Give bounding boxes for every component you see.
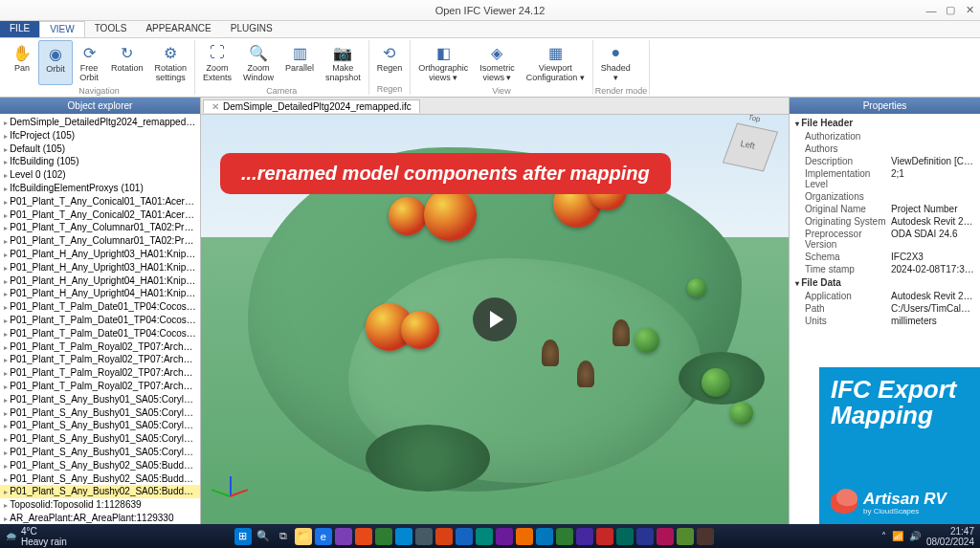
app7-icon[interactable] xyxy=(456,528,473,545)
brand-sub: by CloudScapes xyxy=(863,507,947,515)
app15-icon[interactable] xyxy=(616,528,634,545)
tree-node[interactable]: P01_Plant_S_Any_Bushy01_SA05:Corylus col… xyxy=(0,419,200,432)
object-tree[interactable]: DemSimple_DetailedPltg2024_remapped.ifcI… xyxy=(0,114,200,524)
viewport-config-button[interactable]: ▦Viewport Configuration ▾ xyxy=(521,40,590,85)
tree-node[interactable]: P01_Plant_S_Any_Bushy01_SA05:Corylus col… xyxy=(0,406,200,420)
rotation-button[interactable]: ↻Rotation xyxy=(105,40,149,85)
tree-node[interactable]: IfcBuilding (105) xyxy=(0,155,200,168)
tree-node[interactable]: P01_Plant_T_Palm_Royal02_TP07:Archontoph… xyxy=(0,340,200,354)
tab-close-icon[interactable]: ✕ xyxy=(212,101,219,112)
rotation-settings-button[interactable]: ⚙Rotation settings xyxy=(149,40,193,85)
tree-node[interactable]: P01_Plant_T_Palm_Royal02_TP07:Archontoph… xyxy=(0,366,200,380)
tab-view[interactable]: VIEW xyxy=(39,21,85,37)
app4-icon[interactable] xyxy=(395,528,412,545)
tree-node[interactable]: IfcProject (105) xyxy=(0,129,200,142)
app19-icon[interactable] xyxy=(697,528,714,545)
app3-icon[interactable] xyxy=(375,528,392,545)
zoom-window-button[interactable]: 🔍Zoom Window xyxy=(237,40,279,85)
tree-node[interactable]: P01_Plant_T_Palm_Date01_TP04:Cocos nucif… xyxy=(0,300,200,314)
app14-icon[interactable] xyxy=(596,528,613,545)
prop-row: Originating SystemAutodesk Revit 24.2.0.… xyxy=(791,215,978,228)
app13-icon[interactable] xyxy=(576,528,593,545)
view-tab-strip: ✕ DemSimple_DetailedPltg2024_remapped.if… xyxy=(201,98,789,115)
tree-node[interactable]: P01_Plant_H_Any_Upright04_HA01:Kniphofia… xyxy=(0,287,200,300)
search-icon[interactable]: 🔍 xyxy=(255,528,272,545)
app10-icon[interactable] xyxy=(516,528,533,545)
tree-node[interactable]: IfcBuildingElementProxys (101) xyxy=(0,182,200,195)
tree-node[interactable]: P01_Plant_S_Any_Bushy02_SA05:Buddeia fal… xyxy=(0,485,200,498)
tree-node[interactable]: Default (105) xyxy=(0,142,200,156)
maximize-icon[interactable]: ▢ xyxy=(944,4,957,17)
tree-node[interactable]: Level 0 (102) xyxy=(0,168,200,182)
pan-button[interactable]: ✋Pan xyxy=(6,40,38,85)
regen-button[interactable]: ⟲Regen xyxy=(371,40,409,83)
free-orbit-button[interactable]: ⟳Free Orbit xyxy=(73,40,105,85)
orbit-icon: ◉ xyxy=(45,43,66,64)
chevron-up-icon[interactable]: ˄ xyxy=(881,531,886,541)
axes-gizmo xyxy=(211,476,249,515)
brand-logo-icon xyxy=(831,493,858,514)
app2-icon[interactable] xyxy=(355,528,372,545)
app5-icon[interactable] xyxy=(415,528,433,545)
properties-title: Properties xyxy=(790,98,980,114)
tree-node[interactable]: P01_Plant_T_Palm_Royal02_TP07:Archontoph… xyxy=(0,353,200,366)
tree-node[interactable]: P01_Plant_T_Palm_Royal02_TP07:Archontoph… xyxy=(0,380,200,393)
minimize-icon[interactable]: — xyxy=(924,4,938,17)
orbit-button[interactable]: ◉Orbit xyxy=(38,40,73,85)
tree-node[interactable]: P01_Plant_H_Any_Upright04_HA01:Kniphofia… xyxy=(0,274,200,288)
app1-icon[interactable] xyxy=(335,528,352,545)
close-icon[interactable]: ✕ xyxy=(963,4,976,17)
play-button[interactable] xyxy=(473,297,517,341)
tree-node[interactable]: P01_Plant_S_Any_Bushy01_SA05:Corylus col… xyxy=(0,393,200,406)
prop-row: DescriptionViewDefinition [CoordinationV… xyxy=(791,155,978,167)
tree-node[interactable]: P01_Plant_T_Any_Columnar01_TA02:Prunus a… xyxy=(0,221,200,234)
snapshot-button[interactable]: 📷Make snapshot xyxy=(320,40,367,85)
start-icon[interactable]: ⊞ xyxy=(234,528,252,545)
shaded-button[interactable]: ●Shaded ▾ xyxy=(595,40,636,85)
tree-node[interactable]: P01_Plant_S_Any_Bushy01_SA05:Corylus col… xyxy=(0,446,200,459)
view-cube[interactable] xyxy=(729,126,777,174)
tree-node[interactable]: P01_Plant_T_Any_Conical01_TA01:Acer plat… xyxy=(0,195,200,208)
tree-node[interactable]: P01_Plant_H_Any_Upright03_HA01:Kniphofia… xyxy=(0,248,200,261)
prop-row: Original NameProject Number xyxy=(791,203,978,215)
edge-icon[interactable]: e xyxy=(315,528,332,545)
prop-group[interactable]: File Header xyxy=(791,116,978,130)
tree-node[interactable]: P01_Plant_T_Any_Columnar01_TA02:Prunus a… xyxy=(0,234,200,248)
tree-root[interactable]: DemSimple_DetailedPltg2024_remapped.ifc xyxy=(0,116,200,129)
explorer-icon[interactable]: 📁 xyxy=(295,528,312,545)
weather-icon: 🌧 xyxy=(6,530,17,543)
tree-node[interactable]: P01_Plant_S_Any_Bushy02_SA05:Buddeia fal… xyxy=(0,472,200,486)
tree-node[interactable]: P01_Plant_S_Any_Bushy02_SA05:Buddeia fal… xyxy=(0,459,200,472)
volume-icon[interactable]: 🔊 xyxy=(909,531,921,541)
tree-node[interactable]: P01_Plant_T_Palm_Date01_TP04:Cocos nucif… xyxy=(0,327,200,340)
tree-node[interactable]: P01_Plant_T_Any_Conical02_TA01:Acer plat… xyxy=(0,208,200,222)
tree-node[interactable]: P01_Plant_T_Palm_Date01_TP04:Cocos nucif… xyxy=(0,314,200,327)
tab-appearance[interactable]: APPEARANCE xyxy=(136,21,220,37)
app11-icon[interactable] xyxy=(536,528,553,545)
tree-node[interactable]: Toposolid:Toposolid 1:1128639 xyxy=(0,498,200,512)
parallel-button[interactable]: ▥Parallel xyxy=(279,40,320,85)
system-tray[interactable]: ˄ 📶 🔊 21:47 08/02/2024 xyxy=(881,526,974,547)
app17-icon[interactable] xyxy=(657,528,674,545)
iso-views-button[interactable]: ◈Isometric views ▾ xyxy=(474,40,521,85)
taskview-icon[interactable]: ⧉ xyxy=(275,528,292,545)
app8-icon[interactable] xyxy=(476,528,493,545)
app6-icon[interactable] xyxy=(435,528,453,545)
app9-icon[interactable] xyxy=(496,528,513,545)
view-tab[interactable]: ✕ DemSimple_DetailedPltg2024_remapped.if… xyxy=(203,99,420,113)
wifi-icon[interactable]: 📶 xyxy=(892,531,903,541)
tree-node[interactable]: AR_AreaPlant:AR_AreaPlant:1129330 xyxy=(0,512,200,524)
app18-icon[interactable] xyxy=(677,528,694,545)
tree-node[interactable]: P01_Plant_H_Any_Upright03_HA01:Kniphofia… xyxy=(0,261,200,274)
prop-group[interactable]: File Data xyxy=(791,275,978,290)
zoom-extents-button[interactable]: ⛶Zoom Extents xyxy=(197,40,237,85)
tab-tools[interactable]: TOOLS xyxy=(85,21,137,37)
tab-file[interactable]: FILE xyxy=(0,21,39,37)
tab-plugins[interactable]: PLUGINS xyxy=(221,21,282,37)
tree-node[interactable]: P01_Plant_S_Any_Bushy01_SA05:Corylus col… xyxy=(0,432,200,446)
ortho-views-button[interactable]: ◧Orthographic views ▾ xyxy=(412,40,474,85)
app12-icon[interactable] xyxy=(556,528,573,545)
app16-icon[interactable] xyxy=(636,528,654,545)
taskbar[interactable]: 🌧 4°C Heavy rain ⊞ 🔍 ⧉ 📁 e ˄ 📶 🔊 xyxy=(0,524,980,548)
weather-widget[interactable]: 🌧 4°C Heavy rain xyxy=(6,526,67,547)
